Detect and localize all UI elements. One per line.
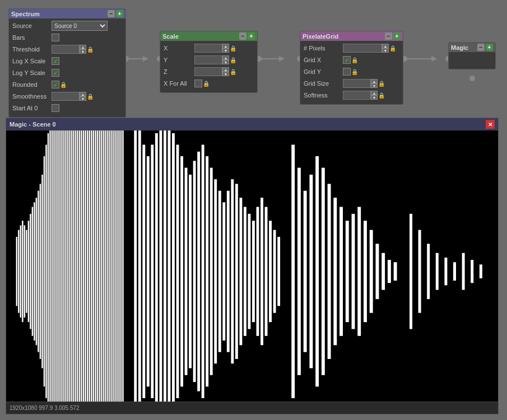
scale-y-down[interactable]: ▼: [222, 60, 229, 64]
scale-y-label: Y: [164, 57, 194, 63]
waveform-canvas: [6, 130, 498, 402]
svg-marker-2: [143, 56, 148, 62]
spectrum-add-btn[interactable]: +: [116, 10, 123, 17]
pixelate-pixels-label: # Pixels: [304, 45, 343, 52]
spectrum-logx-row: Log X Scale ✓: [12, 56, 122, 66]
preview-statusbar: 1920x1080 997.9 3.005.572: [6, 402, 498, 414]
spectrum-bars-label: Bars: [12, 34, 52, 41]
scale-z-label: Z: [164, 68, 194, 75]
pixelate-gridx-lock[interactable]: 🔒: [351, 56, 359, 64]
scale-x-row: X 1.78 ▲ ▼ 🔒: [164, 43, 254, 53]
svg-marker-6: [279, 56, 285, 62]
spectrum-rounded-label: Rounded: [12, 81, 52, 88]
spectrum-minimize-btn[interactable]: −: [108, 10, 115, 17]
pixelate-title: PixelateGrid: [303, 33, 338, 40]
pixelate-gridsize-row: Grid Size 0.25 ▲ ▼ 🔒: [304, 78, 399, 88]
spectrum-smoothness-lock[interactable]: 🔒: [86, 92, 94, 100]
spectrum-threshold-down[interactable]: ▼: [80, 49, 86, 54]
spectrum-threshold-label: Threshold: [12, 46, 52, 53]
scale-y-up[interactable]: ▲: [222, 55, 229, 60]
spectrum-threshold-up[interactable]: ▲: [80, 45, 86, 49]
scale-z-input[interactable]: 1.0: [194, 67, 222, 76]
svg-point-15: [469, 76, 475, 81]
pixelate-pixels-input[interactable]: 128.0: [343, 44, 382, 53]
pixelate-softness-down[interactable]: ▼: [371, 95, 378, 100]
scale-x-lock[interactable]: 🔒: [229, 44, 237, 52]
spectrum-rounded-checkbox[interactable]: ✓: [52, 81, 59, 88]
pixelate-pixels-up[interactable]: ▲: [382, 44, 389, 48]
spectrum-smoothness-down[interactable]: ▼: [80, 96, 86, 101]
pixelate-gridx-checkbox[interactable]: ✓: [343, 56, 351, 64]
scale-z-down[interactable]: ▼: [222, 72, 229, 76]
spectrum-source-select[interactable]: Source 0 Source 1 Source 2: [52, 21, 108, 31]
magic-title: Magic: [451, 44, 468, 51]
pixelate-node: PixelateGrid − + # Pixels 128.0 ▲ ▼ 🔒 Gr…: [300, 31, 403, 105]
scale-x-input[interactable]: 1.78: [194, 44, 222, 53]
scale-x-up[interactable]: ▲: [222, 44, 229, 48]
svg-marker-10: [431, 56, 437, 62]
pixelate-gridsize-spinner[interactable]: ▲ ▼: [371, 79, 378, 88]
spectrum-logx-label: Log X Scale: [12, 58, 52, 64]
scale-z-spinner[interactable]: ▲ ▼: [222, 67, 229, 76]
scale-y-input[interactable]: 1.0: [194, 55, 222, 64]
scale-xforall-row: X For All 🔒: [164, 78, 254, 88]
pixelate-softness-spinner[interactable]: ▲ ▼: [371, 91, 378, 100]
pixelate-add-btn[interactable]: +: [393, 32, 401, 40]
spectrum-threshold-spinner[interactable]: ▲ ▼: [80, 45, 86, 54]
spectrum-threshold-input[interactable]: -60: [52, 45, 80, 54]
scale-y-lock[interactable]: 🔒: [229, 56, 237, 64]
spectrum-smoothness-input[interactable]: 0.0: [52, 92, 80, 101]
spectrum-startat-checkbox[interactable]: [52, 104, 59, 112]
spectrum-header: Spectrum − +: [9, 9, 125, 18]
scale-node: Scale − + X 1.78 ▲ ▼ 🔒 Y 1.0: [160, 31, 258, 93]
scale-y-spinner[interactable]: ▲ ▼: [222, 55, 229, 64]
pixelate-pixels-down[interactable]: ▼: [382, 48, 389, 53]
pixelate-gridsize-input[interactable]: 0.25: [343, 79, 371, 88]
pixelate-gridsize-down[interactable]: ▼: [371, 83, 378, 88]
scale-z-up[interactable]: ▲: [222, 67, 229, 72]
scale-add-btn[interactable]: +: [248, 32, 255, 40]
spectrum-smoothness-row: Smoothness 0.0 ▲ ▼ 🔒: [12, 91, 122, 101]
spectrum-startat-label: Start At 0: [12, 105, 52, 111]
pixelate-gridx-label: Grid X: [304, 57, 343, 63]
scale-minimize-btn[interactable]: −: [239, 32, 246, 40]
pixelate-pixels-lock[interactable]: 🔒: [389, 44, 397, 52]
pixelate-softness-up[interactable]: ▲: [371, 91, 378, 95]
magic-add-btn[interactable]: +: [486, 44, 493, 51]
scale-x-down[interactable]: ▼: [222, 48, 229, 53]
preview-status-text: 1920x1080 997.9 3.005.572: [10, 405, 80, 411]
preview-close-btn[interactable]: ✕: [486, 120, 495, 129]
pixelate-gridy-row: Grid Y 🔒: [304, 67, 399, 77]
spectrum-bars-checkbox[interactable]: [52, 34, 59, 41]
spectrum-threshold-lock[interactable]: 🔒: [86, 45, 94, 53]
pixelate-gridy-checkbox[interactable]: [343, 68, 351, 76]
pixelate-gridsize-lock[interactable]: 🔒: [378, 80, 385, 87]
pixelate-gridy-label: Grid Y: [304, 68, 343, 75]
preview-canvas: [6, 130, 498, 402]
preview-titlebar: Magic - Scene 0 ✕: [6, 118, 498, 130]
spectrum-logx-checkbox[interactable]: ✓: [52, 57, 59, 65]
scale-xforall-lock[interactable]: 🔒: [202, 80, 210, 87]
spectrum-smoothness-spinner[interactable]: ▲ ▼: [80, 92, 86, 101]
scale-z-row: Z 1.0 ▲ ▼ 🔒: [164, 67, 254, 77]
preview-window: Magic - Scene 0 ✕ 1920x1080 997.9 3.005.…: [6, 118, 499, 414]
pixelate-softness-lock[interactable]: 🔒: [378, 91, 385, 99]
spectrum-logy-row: Log Y Scale ✓: [12, 68, 122, 78]
scale-header: Scale − +: [160, 31, 257, 41]
spectrum-startat-row: Start At 0: [12, 103, 122, 113]
spectrum-logy-checkbox[interactable]: ✓: [52, 69, 59, 77]
spectrum-rounded-lock[interactable]: 🔒: [59, 81, 67, 88]
scale-z-lock[interactable]: 🔒: [229, 68, 237, 76]
pixelate-gridsize-up[interactable]: ▲: [371, 79, 378, 83]
spectrum-rounded-row: Rounded ✓ 🔒: [12, 80, 122, 90]
pixelate-pixels-spinner[interactable]: ▲ ▼: [382, 44, 389, 53]
magic-minimize-btn[interactable]: −: [477, 44, 485, 51]
pixelate-minimize-btn[interactable]: −: [385, 32, 392, 40]
spectrum-smoothness-label: Smoothness: [12, 93, 52, 100]
scale-x-spinner[interactable]: ▲ ▼: [222, 44, 229, 53]
scale-xforall-checkbox[interactable]: [194, 80, 202, 87]
pixelate-softness-input[interactable]: 0.0: [343, 91, 371, 100]
spectrum-smoothness-up[interactable]: ▲: [80, 92, 86, 96]
scale-xforall-label: X For All: [164, 80, 194, 87]
pixelate-gridy-lock[interactable]: 🔒: [351, 68, 359, 76]
